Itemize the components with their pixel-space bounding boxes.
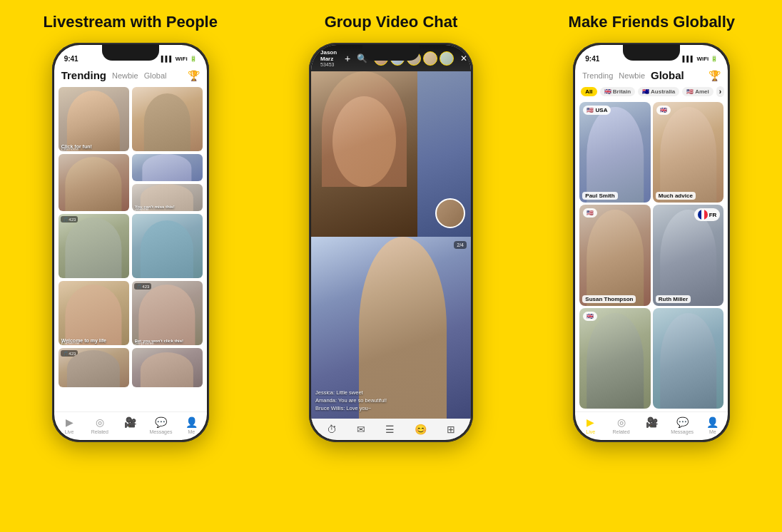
notch-3 (623, 45, 680, 61)
message-icon[interactable]: ✉ (357, 424, 365, 435)
nav-live-3[interactable]: ▶ Live (575, 416, 606, 434)
nav-newbie-tab[interactable]: Newbie (112, 71, 138, 80)
grid-cell-4[interactable] (132, 154, 203, 181)
usa-badge-1: 🇺🇸 USA (583, 106, 611, 115)
live-label-3: Live (586, 429, 595, 434)
menu-icon[interactable]: ☰ (385, 424, 395, 435)
chat-msg-1: Jessica: Little sweet (315, 389, 467, 396)
cell-ruth-miller-label: Ruth Miller (656, 295, 691, 303)
phone-3-nav: Trending Newbie Global 🏆 (575, 66, 728, 84)
nav-global-3-active[interactable]: Global (651, 69, 684, 81)
main-video (311, 71, 417, 237)
me-label-3: Me (709, 429, 716, 434)
panel-livestream: Livestream with People 9:41 ▌▌▌ WiFi 🔋 T… (0, 0, 260, 532)
cell-8-sublabel: Katherine (61, 341, 80, 345)
nav-related-3[interactable]: ◎ Related (606, 416, 636, 434)
grid-cell-11[interactable] (132, 348, 203, 387)
grid-cell-8[interactable]: Welcome to my life Katherine (59, 281, 129, 345)
grid-row-2: You can't miss this! Joanne (59, 154, 203, 211)
filter-all-label: All (585, 88, 592, 95)
status-icons-3: ▌▌▌ WiFi 🔋 (682, 56, 718, 62)
phone-1: 9:41 ▌▌▌ WiFi 🔋 Trending Newbie Global 🏆 (52, 43, 209, 442)
grid-icon[interactable]: ⊞ (447, 424, 455, 435)
related-icon-1: ◎ (96, 416, 104, 428)
cell-9-badge: 🎵 423 (134, 283, 152, 290)
filter-australia-label: 🇦🇺 Australia (642, 88, 675, 95)
add-user-icon[interactable]: + (345, 53, 350, 64)
nav-me-1[interactable]: 👤 Me (176, 416, 207, 434)
global-cell-1[interactable]: 🇺🇸 USA Paul Smith (579, 102, 651, 203)
cell-1-sublabel: Charlotte (61, 147, 78, 151)
grid-row-4: Welcome to my life Katherine 🎵 423 Bet y… (59, 281, 203, 345)
notch-2 (362, 45, 420, 61)
me-label-1: Me (188, 429, 195, 434)
panel-3-title: Make Friends Globally (569, 13, 736, 31)
camera-icon-3: 🎥 (646, 416, 658, 428)
video-controls: ⏱ ✉ ☰ 😊 ⊞ (311, 419, 471, 440)
video-screen: Jason Marz 53453 + 🔍 ✕ (311, 45, 471, 440)
grid-cell-1[interactable]: Click for fun! Charlotte (59, 87, 129, 151)
global-cell-5[interactable]: 🇬🇧 (579, 308, 651, 409)
filter-america[interactable]: 🇺🇸 Amei (682, 87, 714, 96)
filter-america-label: 🇺🇸 Amei (686, 88, 709, 95)
live-label-1: Live (65, 429, 74, 434)
filter-more[interactable]: › (716, 86, 724, 97)
grid-cell-3[interactable] (59, 154, 129, 211)
filter-britain-label: 🇬🇧 Britain (604, 88, 631, 95)
global-filter: All 🇬🇧 Britain 🇦🇺 Australia 🇺🇸 Amei › (575, 84, 728, 99)
messages-icon-3: 💬 (676, 416, 689, 428)
messages-label-3: Messages (671, 429, 694, 434)
messages-label-1: Messages (149, 429, 172, 434)
video-area: Jessica: Little sweet Amanda: You are so… (311, 71, 471, 419)
nav-global-tab[interactable]: Global (144, 71, 167, 80)
video-bottom: Jessica: Little sweet Amanda: You are so… (311, 237, 471, 419)
nav-newbie-3[interactable]: Newbie (619, 71, 645, 80)
global-cell-4[interactable]: FR Ruth Miller (653, 205, 724, 305)
nav-messages-3[interactable]: 💬 Messages (667, 416, 698, 434)
filter-australia[interactable]: 🇦🇺 Australia (638, 87, 679, 96)
filter-all[interactable]: All (581, 87, 596, 96)
nav-me-3[interactable]: 👤 Me (698, 416, 728, 434)
pip-avatar (435, 198, 465, 228)
nav-messages-1[interactable]: 💬 Messages (146, 416, 176, 434)
panel-global: Make Friends Globally 9:41 ▌▌▌ WiFi 🔋 Tr… (522, 0, 782, 532)
emoji-icon[interactable]: 😊 (415, 424, 427, 435)
cell-susan-thompson-label: Susan Thompson (582, 295, 636, 303)
nav-camera-3[interactable]: 🎥 (636, 416, 667, 434)
chat-overlay: Jessica: Little sweet Amanda: You are so… (315, 389, 467, 413)
chat-msg-2: Amanda: You are so beautiful! (315, 397, 467, 404)
grid-cell-9[interactable]: 🎵 423 Bet you won't click this! Stephani… (132, 281, 203, 345)
bottom-nav-3: ▶ Live ◎ Related 🎥 💬 Messages 👤 Me (575, 411, 728, 440)
grid-cell-5[interactable]: You can't miss this! Joanne (132, 184, 203, 211)
nav-live-1[interactable]: ▶ Live (54, 416, 85, 434)
nav-trending-label[interactable]: Trending (61, 69, 106, 81)
global-cell-6[interactable] (653, 308, 724, 409)
nav-related-1[interactable]: ◎ Related (84, 416, 115, 434)
pip-video (417, 71, 471, 237)
grid-cell-6[interactable]: 🎵 423 (59, 214, 129, 278)
host-info: Jason Marz 53453 (320, 49, 337, 67)
close-video-icon[interactable]: ✕ (460, 53, 467, 63)
fr-badge-4: FR (694, 208, 721, 221)
filter-britain[interactable]: 🇬🇧 Britain (600, 87, 636, 96)
status-icons-1: ▌▌▌ WiFi 🔋 (161, 56, 197, 62)
time-3: 9:41 (585, 55, 599, 63)
live-icon-3: ▶ (586, 416, 594, 428)
trophy-icon-1: 🏆 (188, 70, 200, 81)
chat-msg-3: Bruce Willis: Love you~ (315, 405, 467, 411)
uk-badge-2: 🇬🇧 (656, 106, 671, 115)
host-id: 53453 (320, 62, 337, 67)
grid-cell-2[interactable] (132, 87, 203, 151)
cell-6-badge: 🎵 423 (61, 216, 78, 222)
nav-camera-1[interactable]: 🎥 (115, 416, 146, 434)
grid-cell-10[interactable]: 🎵 423 (59, 348, 129, 387)
grid-cell-7[interactable] (132, 214, 203, 278)
grid-row-1: Click for fun! Charlotte (59, 87, 203, 151)
trophy-icon-3: 🏆 (709, 70, 721, 81)
global-cell-3[interactable]: 🇺🇸 Susan Thompson (579, 205, 651, 305)
panel-1-title: Livestream with People (43, 13, 218, 31)
filter-more-icon: › (719, 88, 721, 96)
nav-trending-3[interactable]: Trending (582, 71, 613, 80)
timer-icon[interactable]: ⏱ (327, 424, 337, 435)
global-cell-2[interactable]: 🇬🇧 Much advice (653, 102, 724, 203)
